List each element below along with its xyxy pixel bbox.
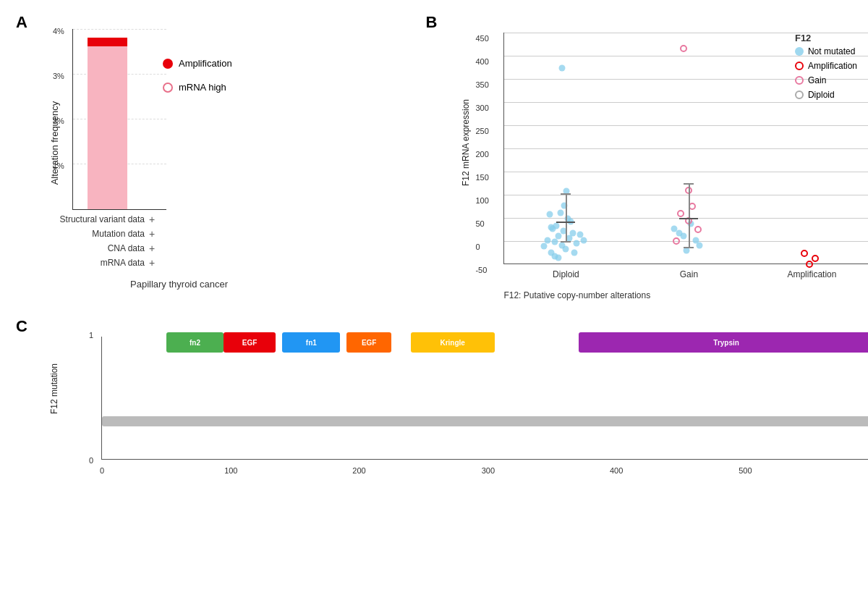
domain-egf1: EGF: [224, 332, 275, 353]
b-ytick-100: 100: [475, 196, 488, 205]
dot-diploid-9: [563, 246, 569, 253]
legend-a: Amplification mRNA high: [163, 58, 232, 106]
b-ytick-400: 400: [475, 57, 488, 66]
legend-pink-outline-dot: [795, 76, 804, 85]
c-xtick-400: 400: [610, 466, 623, 475]
bar-chart-a: 1% 2% 3% 4%: [72, 29, 166, 210]
ytick-3: 3%: [53, 72, 64, 80]
domain-fn1: fn1: [282, 332, 340, 353]
b-legend-title: F12: [795, 33, 857, 43]
domain-trypsin: Trypsin: [579, 332, 868, 353]
b-ytick-0: 0: [475, 243, 480, 251]
diploid-error-cap-top: [561, 193, 571, 195]
dot-gain-outlier-top: [680, 45, 687, 52]
c-xtick-0: 0: [100, 466, 104, 475]
b-legend-diploid-label: Diploid: [808, 90, 835, 100]
dot-amp-2: [812, 255, 819, 262]
dot-amp-3: [806, 261, 813, 268]
dot-diploid-21: [547, 211, 553, 218]
dot-gain-pink-5: [673, 237, 680, 245]
bar-amplification-pink: [88, 43, 127, 209]
meta-plus-sv: +: [149, 214, 155, 225]
domain-fn2: fn2: [166, 332, 224, 353]
panel-b: B F12 mRNA expression: [417, 7, 861, 311]
b-ytick-450: 450: [475, 34, 488, 43]
b-ytick-150: 150: [475, 173, 488, 182]
gain-error-cap-bot: [684, 247, 694, 248]
meta-label-sv: Structural variant data: [14, 214, 145, 224]
metadata-area: Structural variant data + Mutation data …: [14, 214, 155, 271]
legend-label-amplification: Amplification: [179, 58, 232, 69]
b-legend-amplification-label: Amplification: [808, 61, 857, 71]
ytick-1: 1%: [53, 161, 64, 170]
dot-gain-6: [697, 243, 703, 249]
dot-gain-7: [684, 248, 690, 254]
meta-label-cna: CNA data: [14, 243, 145, 253]
c-xtick-100: 100: [224, 466, 237, 475]
panel-a-y-axis-label: Alteration frequency: [49, 101, 60, 185]
dot-gain-pink-4: [694, 226, 702, 233]
dot-gain-pink-2: [689, 203, 696, 210]
grid-b-0: [504, 241, 868, 242]
b-ytick-neg50: -50: [475, 266, 487, 274]
dot-amp-1: [801, 250, 808, 257]
c-xtick-500: 500: [739, 466, 752, 475]
meta-plus-cna: +: [149, 243, 155, 254]
b-xlabel-gain: Gain: [680, 269, 698, 279]
diploid-mean: [556, 222, 575, 223]
legend-label-mrna-high: mRNA high: [179, 82, 226, 93]
panel-c-label: C: [16, 317, 27, 336]
b-ytick-250: 250: [475, 127, 488, 135]
dot-diploid-18: [581, 237, 587, 244]
dot-diploid-outlier: [559, 65, 566, 72]
meta-plus-mut: +: [149, 228, 155, 240]
b-ytick-300: 300: [475, 104, 488, 112]
gain-mean: [679, 218, 698, 219]
legend-gray-outline-dot: [795, 90, 804, 99]
dot-diploid-6: [570, 230, 576, 237]
gain-error-bar: [689, 183, 690, 247]
dot-diploid-13: [558, 210, 564, 216]
b-legend-not-mutated: Not mutated: [795, 46, 857, 56]
b-legend: F12 Not mutated Amplification Gain Diplo…: [795, 33, 857, 104]
b-legend-diploid: Diploid: [795, 90, 857, 100]
b-xlabel-amplification: Amplification: [787, 269, 836, 279]
dot-diploid-4: [552, 239, 558, 245]
legend-teal-dot: [795, 47, 804, 56]
panel-a: A Alteration frequency 1% 2% 3% 4%: [7, 7, 417, 311]
b-legend-gain: Gain: [795, 75, 857, 85]
dot-gain-pink-1: [677, 210, 684, 217]
legend-dot-amplification: [163, 59, 173, 69]
dot-diploid-22: [571, 250, 578, 256]
legend-item-amplification: Amplification: [163, 58, 232, 69]
meta-plus-mrna: +: [149, 257, 155, 269]
cancer-type-label: Papillary thyroid cancer: [130, 279, 228, 290]
b-xlabel-diploid: Diploid: [553, 269, 579, 279]
dot-diploid-25: [552, 253, 558, 260]
b-ytick-350: 350: [475, 80, 488, 89]
legend-item-mrna-high: mRNA high: [163, 82, 232, 93]
c-plot-area: 1 0 0 100 200 300 400 500 615a fn2 EGF f…: [101, 337, 868, 460]
dot-diploid-10: [574, 240, 580, 247]
protein-backbone: [102, 416, 868, 426]
c-xtick-300: 300: [482, 466, 495, 475]
panel-b-y-axis-label: F12 mRNA expression: [461, 99, 471, 186]
metadata-mut: Mutation data +: [14, 228, 155, 240]
b-subtitle: F12: Putative copy-number alterations: [503, 290, 650, 300]
bar-amplification-red: [88, 38, 127, 46]
grid-b-200: [504, 148, 868, 149]
grid-b-250: [504, 125, 868, 126]
legend-dot-mrna-high: [163, 83, 173, 93]
b-ytick-50: 50: [475, 219, 484, 228]
meta-label-mrna: mRNA data: [14, 258, 145, 268]
diploid-error-cap-bot: [561, 241, 571, 243]
dot-diploid-17: [550, 226, 556, 232]
top-row: A Alteration frequency 1% 2% 3% 4%: [7, 7, 861, 311]
legend-red-outline-dot: [795, 62, 804, 70]
diploid-error-bar: [566, 193, 567, 241]
b-legend-amplification: Amplification: [795, 61, 857, 71]
grid-4pct: [73, 29, 166, 30]
b-legend-gain-label: Gain: [808, 75, 826, 85]
dot-diploid-23: [541, 243, 548, 250]
b-legend-not-mutated-label: Not mutated: [808, 46, 855, 56]
